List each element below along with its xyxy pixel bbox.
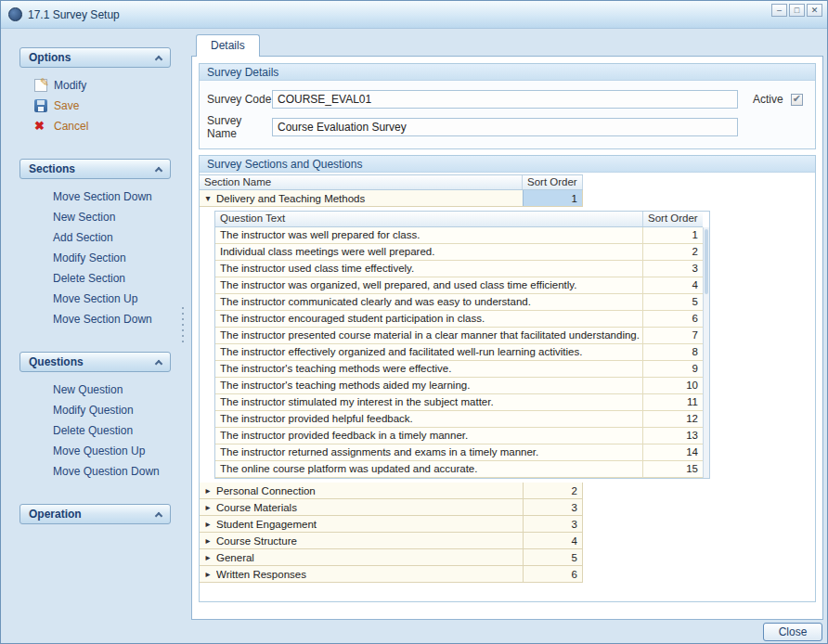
tab-details[interactable]: Details: [196, 34, 260, 57]
sidebar-item-move-section-down[interactable]: Move Section Down: [19, 309, 171, 329]
question-row[interactable]: The instructor encouraged student partic…: [215, 311, 703, 328]
section-row-course-materials[interactable]: ▸Course Materials3: [200, 499, 583, 516]
section-name: Personal Connection: [216, 483, 523, 498]
main-area: Details Survey Details Survey Code Activ…: [191, 34, 823, 620]
question-text: The instructor was well prepared for cla…: [215, 227, 643, 243]
app-window: 17.1 Survey Setup ‒ □ ✕ OptionsModifySav…: [0, 0, 828, 644]
section-sort-order: 5: [523, 549, 583, 565]
question-sort-order: 6: [643, 311, 703, 327]
section-sort-order: 3: [523, 499, 583, 515]
sidebar-item-modify-section[interactable]: Modify Section: [19, 248, 171, 268]
section-row-course-structure[interactable]: ▸Course Structure4: [200, 533, 583, 549]
detail-scrollbar[interactable]: [703, 227, 709, 478]
question-row[interactable]: The instructor stimulated my interest in…: [215, 394, 703, 411]
minimize-button[interactable]: ‒: [771, 4, 787, 17]
chevron-right-icon[interactable]: ▸: [200, 566, 216, 582]
sidebar-item-label: Delete Question: [53, 424, 133, 437]
question-text: The instructor returned assignments and …: [215, 444, 643, 460]
chevron-up-icon: [155, 359, 162, 367]
question-row[interactable]: The online course platform was updated a…: [215, 461, 703, 478]
sidebar-item-label: Move Section Down: [53, 313, 152, 326]
section-row-student-engagement[interactable]: ▸Student Engagement3: [200, 516, 583, 533]
section-row-general[interactable]: ▸General5: [200, 549, 583, 566]
sidebar-item-label: Modify: [54, 79, 86, 92]
sidebar-item-delete-section[interactable]: Delete Section: [19, 268, 171, 289]
panel-header-options[interactable]: Options: [19, 47, 171, 68]
sidebar-item-cancel[interactable]: Cancel: [19, 116, 171, 136]
panel-operation: Operation: [19, 504, 171, 524]
chevron-up-icon: [155, 55, 162, 62]
sidebar-item-move-section-up[interactable]: Move Section Up: [19, 289, 171, 309]
active-checkbox[interactable]: [791, 94, 803, 106]
chevron-up-icon: [155, 511, 162, 519]
panel-header-operation[interactable]: Operation: [19, 504, 171, 524]
sidebar-item-add-section[interactable]: Add Section: [19, 227, 171, 248]
section-row-personal-connection[interactable]: ▸Personal Connection2: [200, 483, 583, 499]
question-row[interactable]: The instructor provided feedback in a ti…: [215, 428, 703, 444]
sidebar-item-new-question[interactable]: New Question: [19, 380, 171, 400]
question-sort-order: 9: [643, 361, 703, 377]
sidebar-item-label: Save: [54, 99, 79, 112]
question-row[interactable]: The instructor was well prepared for cla…: [215, 227, 703, 244]
question-row[interactable]: The instructor effectively organized and…: [215, 344, 703, 361]
question-sort-order: 5: [643, 294, 703, 310]
question-row[interactable]: The instructor presented course material…: [215, 328, 703, 344]
chevron-right-icon[interactable]: ▸: [200, 483, 216, 498]
column-header-question-sort-order[interactable]: Sort Order: [643, 212, 703, 226]
question-sort-order: 3: [643, 261, 703, 277]
chevron-right-icon[interactable]: ▸: [200, 549, 216, 565]
survey-code-input[interactable]: [272, 90, 738, 109]
splitter-handle[interactable]: [181, 307, 185, 344]
sidebar-item-save[interactable]: Save: [19, 96, 171, 116]
section-sort-order: 4: [523, 533, 583, 548]
question-row[interactable]: The instructor's teaching methods aided …: [215, 378, 703, 394]
question-row[interactable]: The instructor was organized, well prepa…: [215, 277, 703, 294]
sidebar-item-modify[interactable]: Modify: [19, 75, 171, 96]
survey-name-input[interactable]: [272, 118, 738, 136]
active-label: Active: [753, 93, 783, 106]
panel-header-questions[interactable]: Questions: [19, 352, 171, 372]
chevron-right-icon[interactable]: ▸: [200, 516, 216, 532]
question-sort-order: 2: [643, 244, 703, 260]
maximize-button[interactable]: □: [789, 4, 805, 17]
panel-items: Move Section DownNew SectionAdd SectionM…: [19, 179, 171, 329]
sidebar-item-label: Move Question Up: [53, 444, 145, 457]
question-text: The instructor presented course material…: [215, 328, 643, 343]
sidebar-item-new-section[interactable]: New Section: [19, 207, 171, 227]
close-window-button[interactable]: ✕: [807, 4, 822, 17]
panel-title: Operation: [29, 508, 82, 521]
sidebar-item-modify-question[interactable]: Modify Question: [19, 400, 171, 420]
question-row[interactable]: The instructor communicated clearly and …: [215, 294, 703, 311]
titlebar[interactable]: 17.1 Survey Setup ‒ □ ✕: [1, 1, 827, 29]
column-header-sort-order[interactable]: Sort Order: [523, 175, 583, 189]
sidebar-item-delete-question[interactable]: Delete Question: [19, 420, 171, 441]
question-row[interactable]: The instructor used class time effective…: [215, 261, 703, 277]
section-row-delivery-and-teaching-methods[interactable]: ▾Delivery and Teaching Methods1: [200, 190, 583, 207]
chevron-down-icon[interactable]: ▾: [200, 190, 216, 206]
panel-items: ModifySaveCancel: [19, 68, 171, 136]
column-header-section-name[interactable]: Section Name: [200, 175, 523, 189]
section-name: Written Responses: [216, 566, 523, 582]
question-row[interactable]: The instructor returned assignments and …: [215, 444, 703, 461]
question-row[interactable]: Individual class meetings were well prep…: [215, 244, 703, 261]
sidebar-item-move-question-down[interactable]: Move Question Down: [19, 461, 171, 482]
section-name: Delivery and Teaching Methods: [216, 190, 523, 206]
column-header-question-text[interactable]: Question Text: [215, 212, 643, 226]
close-button[interactable]: Close: [763, 623, 822, 641]
sidebar-item-label: Move Section Up: [53, 292, 137, 305]
sidebar-item-move-question-up[interactable]: Move Question Up: [19, 441, 171, 461]
panel-header-sections[interactable]: Sections: [19, 159, 171, 179]
panel-title: Options: [29, 51, 71, 64]
sidebar-item-label: Move Question Down: [53, 465, 160, 478]
chevron-right-icon[interactable]: ▸: [200, 533, 216, 548]
panel-sections: SectionsMove Section DownNew SectionAdd …: [19, 159, 171, 329]
sidebar-item-move-section-down[interactable]: Move Section Down: [19, 187, 171, 207]
question-text: The instructor encouraged student partic…: [215, 311, 643, 327]
window-title: 17.1 Survey Setup: [28, 8, 120, 21]
question-row[interactable]: The instructor provided helpful feedback…: [215, 411, 703, 428]
question-row[interactable]: The instructor's teaching methods were e…: [215, 361, 703, 378]
section-row-written-responses[interactable]: ▸Written Responses6: [200, 566, 583, 583]
sidebar-item-label: New Section: [53, 211, 115, 224]
chevron-right-icon[interactable]: ▸: [200, 499, 216, 515]
section-sort-order: 6: [523, 566, 583, 582]
